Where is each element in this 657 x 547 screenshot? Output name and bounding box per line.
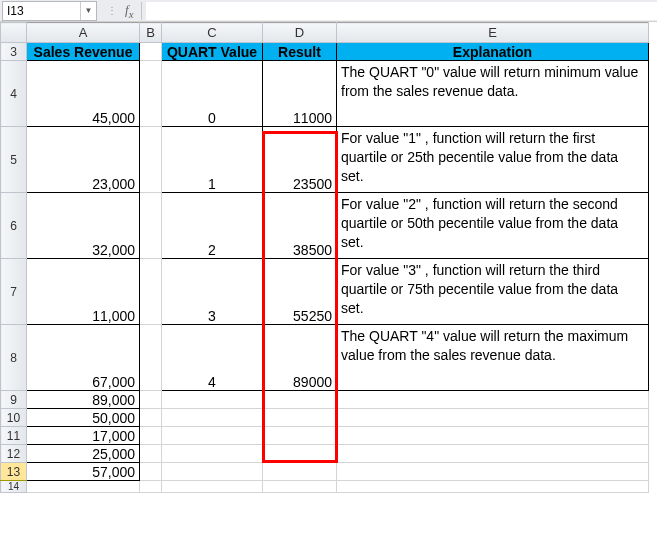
col-header-D[interactable]: D — [263, 23, 337, 43]
row-header[interactable]: 6 — [1, 193, 27, 259]
row-header[interactable]: 7 — [1, 259, 27, 325]
cell-result[interactable]: 23500 — [263, 127, 337, 193]
header-quart[interactable]: QUART Value — [162, 43, 263, 61]
formula-input[interactable] — [146, 2, 657, 20]
cell-sales[interactable]: 45,000 — [27, 61, 140, 127]
cell-explain[interactable]: For value "2" , function will return the… — [337, 193, 649, 259]
row-header[interactable]: 8 — [1, 325, 27, 391]
header-explanation[interactable]: Explanation — [337, 43, 649, 61]
row-header[interactable]: 3 — [1, 43, 27, 61]
cell-explain[interactable]: The QUART "0" value will return minimum … — [337, 61, 649, 127]
cell-sales[interactable]: 89,000 — [27, 391, 140, 409]
cell[interactable] — [140, 43, 162, 61]
handle-dots-icon: ⋮ — [103, 5, 121, 16]
cell[interactable] — [263, 391, 337, 409]
cell[interactable] — [140, 445, 162, 463]
row-header[interactable]: 12 — [1, 445, 27, 463]
cell[interactable] — [337, 427, 649, 445]
cell[interactable] — [263, 445, 337, 463]
name-box-value: I13 — [7, 4, 24, 18]
cell-sales[interactable]: 67,000 — [27, 325, 140, 391]
cell[interactable] — [263, 481, 337, 493]
col-header-C[interactable]: C — [162, 23, 263, 43]
cell[interactable] — [263, 463, 337, 481]
cell-explain[interactable]: For value "3" , function will return the… — [337, 259, 649, 325]
cell-sales[interactable]: 25,000 — [27, 445, 140, 463]
cell[interactable] — [140, 427, 162, 445]
cell-result[interactable]: 89000 — [263, 325, 337, 391]
cell[interactable] — [140, 325, 162, 391]
cell-quart[interactable]: 2 — [162, 193, 263, 259]
row-header[interactable]: 11 — [1, 427, 27, 445]
cell[interactable] — [140, 409, 162, 427]
cell[interactable] — [263, 409, 337, 427]
col-header-B[interactable]: B — [140, 23, 162, 43]
header-result[interactable]: Result — [263, 43, 337, 61]
col-header-A[interactable]: A — [27, 23, 140, 43]
name-box[interactable]: I13 ▼ — [2, 1, 97, 21]
row-header[interactable]: 10 — [1, 409, 27, 427]
fx-icon[interactable]: fx — [125, 2, 133, 20]
cell[interactable] — [162, 391, 263, 409]
cell-explain[interactable]: The QUART "4" value will return the maxi… — [337, 325, 649, 391]
cell-explain[interactable]: For value "1" , function will return the… — [337, 127, 649, 193]
cell[interactable] — [162, 427, 263, 445]
cell[interactable] — [140, 259, 162, 325]
row-header[interactable]: 4 — [1, 61, 27, 127]
spreadsheet-grid[interactable]: A B C D E 3 Sales Revenue QUART Value Re… — [0, 22, 657, 493]
cell[interactable] — [337, 463, 649, 481]
cell[interactable] — [337, 445, 649, 463]
row-header[interactable]: 13 — [1, 463, 27, 481]
cell[interactable] — [140, 61, 162, 127]
cell[interactable] — [162, 409, 263, 427]
cell-quart[interactable]: 1 — [162, 127, 263, 193]
cell[interactable] — [337, 481, 649, 493]
cell[interactable] — [140, 193, 162, 259]
cell[interactable] — [162, 481, 263, 493]
cell[interactable] — [140, 481, 162, 493]
cell-quart[interactable]: 0 — [162, 61, 263, 127]
cell[interactable] — [162, 445, 263, 463]
cell[interactable] — [27, 481, 140, 493]
cell[interactable] — [162, 463, 263, 481]
cell[interactable] — [140, 391, 162, 409]
cell[interactable] — [140, 463, 162, 481]
name-box-dropdown-icon[interactable]: ▼ — [80, 2, 96, 20]
cell-sales[interactable]: 11,000 — [27, 259, 140, 325]
col-header-E[interactable]: E — [337, 23, 649, 43]
row-header[interactable]: 5 — [1, 127, 27, 193]
formula-bar: I13 ▼ ⋮ fx — [0, 0, 657, 22]
cell-quart[interactable]: 3 — [162, 259, 263, 325]
cell-sales[interactable]: 17,000 — [27, 427, 140, 445]
select-all-corner[interactable] — [1, 23, 27, 43]
cell-result[interactable]: 55250 — [263, 259, 337, 325]
cell-sales[interactable]: 50,000 — [27, 409, 140, 427]
cell-sales[interactable]: 23,000 — [27, 127, 140, 193]
cell-sales[interactable]: 57,000 — [27, 463, 140, 481]
cell[interactable] — [337, 409, 649, 427]
cell[interactable] — [140, 127, 162, 193]
row-header[interactable]: 9 — [1, 391, 27, 409]
cell-result[interactable]: 38500 — [263, 193, 337, 259]
cell-quart[interactable]: 4 — [162, 325, 263, 391]
row-header[interactable]: 14 — [1, 481, 27, 493]
cell-result[interactable]: 11000 — [263, 61, 337, 127]
cell-sales[interactable]: 32,000 — [27, 193, 140, 259]
cell[interactable] — [263, 427, 337, 445]
cell[interactable] — [337, 391, 649, 409]
header-sales[interactable]: Sales Revenue — [27, 43, 140, 61]
